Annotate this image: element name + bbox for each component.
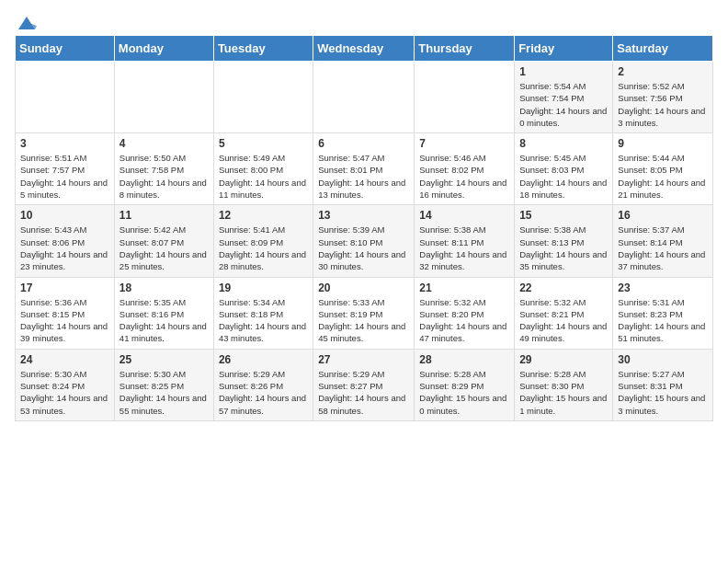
day-number: 7 <box>419 137 509 150</box>
day-info: Sunrise: 5:28 AM Sunset: 8:30 PM Dayligh… <box>519 368 608 417</box>
day-info: Sunrise: 5:29 AM Sunset: 8:27 PM Dayligh… <box>318 368 409 417</box>
calendar-cell <box>213 62 313 133</box>
calendar-cell: 3Sunrise: 5:51 AM Sunset: 7:57 PM Daylig… <box>16 133 115 205</box>
day-info: Sunrise: 5:46 AM Sunset: 8:02 PM Dayligh… <box>419 152 509 201</box>
day-number: 16 <box>618 209 708 222</box>
day-info: Sunrise: 5:51 AM Sunset: 7:57 PM Dayligh… <box>20 152 109 201</box>
day-number: 10 <box>20 209 109 222</box>
day-info: Sunrise: 5:52 AM Sunset: 7:56 PM Dayligh… <box>618 80 708 129</box>
calendar-cell: 12Sunrise: 5:41 AM Sunset: 8:09 PM Dayli… <box>213 205 313 277</box>
day-number: 5 <box>219 137 308 150</box>
calendar-cell: 11Sunrise: 5:42 AM Sunset: 8:07 PM Dayli… <box>114 205 213 277</box>
day-info: Sunrise: 5:31 AM Sunset: 8:23 PM Dayligh… <box>618 296 708 345</box>
calendar-cell: 19Sunrise: 5:34 AM Sunset: 8:18 PM Dayli… <box>213 277 313 349</box>
calendar-cell: 21Sunrise: 5:32 AM Sunset: 8:20 PM Dayli… <box>415 277 515 349</box>
logo <box>15 15 37 28</box>
day-info: Sunrise: 5:47 AM Sunset: 8:01 PM Dayligh… <box>318 152 409 201</box>
day-number: 4 <box>119 137 209 150</box>
day-number: 13 <box>318 209 409 222</box>
day-info: Sunrise: 5:33 AM Sunset: 8:19 PM Dayligh… <box>318 296 409 345</box>
calendar-body: 1Sunrise: 5:54 AM Sunset: 7:54 PM Daylig… <box>16 62 713 421</box>
day-number: 19 <box>219 282 308 294</box>
calendar-header-row: SundayMondayTuesdayWednesdayThursdayFrid… <box>16 36 713 62</box>
day-info: Sunrise: 5:49 AM Sunset: 8:00 PM Dayligh… <box>219 152 308 201</box>
day-number: 1 <box>519 65 608 78</box>
day-info: Sunrise: 5:34 AM Sunset: 8:18 PM Dayligh… <box>219 296 308 345</box>
day-info: Sunrise: 5:37 AM Sunset: 8:14 PM Dayligh… <box>618 224 708 272</box>
day-info: Sunrise: 5:38 AM Sunset: 8:11 PM Dayligh… <box>419 224 509 272</box>
calendar-cell: 8Sunrise: 5:45 AM Sunset: 8:03 PM Daylig… <box>515 133 613 205</box>
calendar-cell: 9Sunrise: 5:44 AM Sunset: 8:05 PM Daylig… <box>613 133 713 205</box>
day-number: 25 <box>119 353 209 366</box>
day-number: 15 <box>519 209 608 222</box>
header-friday: Friday <box>515 36 613 62</box>
calendar-cell: 27Sunrise: 5:29 AM Sunset: 8:27 PM Dayli… <box>313 349 415 420</box>
calendar-cell: 30Sunrise: 5:27 AM Sunset: 8:31 PM Dayli… <box>613 349 713 420</box>
day-number: 6 <box>318 137 409 150</box>
day-info: Sunrise: 5:29 AM Sunset: 8:26 PM Dayligh… <box>219 368 308 417</box>
day-number: 8 <box>519 137 608 150</box>
day-info: Sunrise: 5:44 AM Sunset: 8:05 PM Dayligh… <box>618 152 708 201</box>
calendar-cell <box>313 62 415 133</box>
calendar-week-3: 10Sunrise: 5:43 AM Sunset: 8:06 PM Dayli… <box>16 205 713 277</box>
day-info: Sunrise: 5:30 AM Sunset: 8:24 PM Dayligh… <box>20 368 109 417</box>
header-thursday: Thursday <box>415 36 515 62</box>
day-number: 23 <box>618 282 708 294</box>
day-info: Sunrise: 5:32 AM Sunset: 8:20 PM Dayligh… <box>419 296 509 345</box>
calendar-cell: 15Sunrise: 5:38 AM Sunset: 8:13 PM Dayli… <box>515 205 613 277</box>
calendar-cell: 17Sunrise: 5:36 AM Sunset: 8:15 PM Dayli… <box>16 277 115 349</box>
calendar-cell: 23Sunrise: 5:31 AM Sunset: 8:23 PM Dayli… <box>613 277 713 349</box>
calendar-cell: 13Sunrise: 5:39 AM Sunset: 8:10 PM Dayli… <box>313 205 415 277</box>
day-number: 12 <box>219 209 308 222</box>
day-number: 3 <box>20 137 109 150</box>
calendar-cell: 22Sunrise: 5:32 AM Sunset: 8:21 PM Dayli… <box>515 277 613 349</box>
day-info: Sunrise: 5:27 AM Sunset: 8:31 PM Dayligh… <box>618 368 708 417</box>
calendar-cell: 26Sunrise: 5:29 AM Sunset: 8:26 PM Dayli… <box>213 349 313 420</box>
calendar-cell: 7Sunrise: 5:46 AM Sunset: 8:02 PM Daylig… <box>415 133 515 205</box>
day-number: 20 <box>318 282 409 294</box>
day-info: Sunrise: 5:54 AM Sunset: 7:54 PM Dayligh… <box>519 80 608 129</box>
day-number: 26 <box>219 353 308 366</box>
day-number: 18 <box>119 282 209 294</box>
day-number: 14 <box>419 209 509 222</box>
day-info: Sunrise: 5:39 AM Sunset: 8:10 PM Dayligh… <box>318 224 409 272</box>
calendar-cell: 5Sunrise: 5:49 AM Sunset: 8:00 PM Daylig… <box>213 133 313 205</box>
calendar-cell: 14Sunrise: 5:38 AM Sunset: 8:11 PM Dayli… <box>415 205 515 277</box>
calendar-cell <box>415 62 515 133</box>
header-saturday: Saturday <box>613 36 713 62</box>
calendar-cell <box>16 62 115 133</box>
day-number: 29 <box>519 353 608 366</box>
day-info: Sunrise: 5:32 AM Sunset: 8:21 PM Dayligh… <box>519 296 608 345</box>
day-number: 17 <box>20 282 109 294</box>
calendar-cell: 24Sunrise: 5:30 AM Sunset: 8:24 PM Dayli… <box>16 349 115 420</box>
day-info: Sunrise: 5:41 AM Sunset: 8:09 PM Dayligh… <box>219 224 308 272</box>
calendar-week-5: 24Sunrise: 5:30 AM Sunset: 8:24 PM Dayli… <box>16 349 713 420</box>
day-info: Sunrise: 5:45 AM Sunset: 8:03 PM Dayligh… <box>519 152 608 201</box>
calendar-cell: 28Sunrise: 5:28 AM Sunset: 8:29 PM Dayli… <box>415 349 515 420</box>
calendar-cell: 25Sunrise: 5:30 AM Sunset: 8:25 PM Dayli… <box>114 349 213 420</box>
day-number: 21 <box>419 282 509 294</box>
day-info: Sunrise: 5:50 AM Sunset: 7:58 PM Dayligh… <box>119 152 209 201</box>
calendar-cell: 29Sunrise: 5:28 AM Sunset: 8:30 PM Dayli… <box>515 349 613 420</box>
day-number: 2 <box>618 65 708 78</box>
day-info: Sunrise: 5:30 AM Sunset: 8:25 PM Dayligh… <box>119 368 209 417</box>
day-info: Sunrise: 5:36 AM Sunset: 8:15 PM Dayligh… <box>20 296 109 345</box>
calendar-cell: 6Sunrise: 5:47 AM Sunset: 8:01 PM Daylig… <box>313 133 415 205</box>
day-number: 9 <box>618 137 708 150</box>
logo-icon <box>17 15 37 31</box>
calendar-week-2: 3Sunrise: 5:51 AM Sunset: 7:57 PM Daylig… <box>16 133 713 205</box>
calendar-cell: 20Sunrise: 5:33 AM Sunset: 8:19 PM Dayli… <box>313 277 415 349</box>
day-number: 11 <box>119 209 209 222</box>
day-number: 30 <box>618 353 708 366</box>
header-wednesday: Wednesday <box>313 36 415 62</box>
day-number: 27 <box>318 353 409 366</box>
calendar-cell: 16Sunrise: 5:37 AM Sunset: 8:14 PM Dayli… <box>613 205 713 277</box>
day-info: Sunrise: 5:28 AM Sunset: 8:29 PM Dayligh… <box>419 368 509 417</box>
calendar-table: SundayMondayTuesdayWednesdayThursdayFrid… <box>15 35 713 421</box>
calendar-week-4: 17Sunrise: 5:36 AM Sunset: 8:15 PM Dayli… <box>16 277 713 349</box>
day-info: Sunrise: 5:35 AM Sunset: 8:16 PM Dayligh… <box>119 296 209 345</box>
day-number: 22 <box>519 282 608 294</box>
calendar-cell: 10Sunrise: 5:43 AM Sunset: 8:06 PM Dayli… <box>16 205 115 277</box>
header-monday: Monday <box>114 36 213 62</box>
calendar-cell <box>114 62 213 133</box>
